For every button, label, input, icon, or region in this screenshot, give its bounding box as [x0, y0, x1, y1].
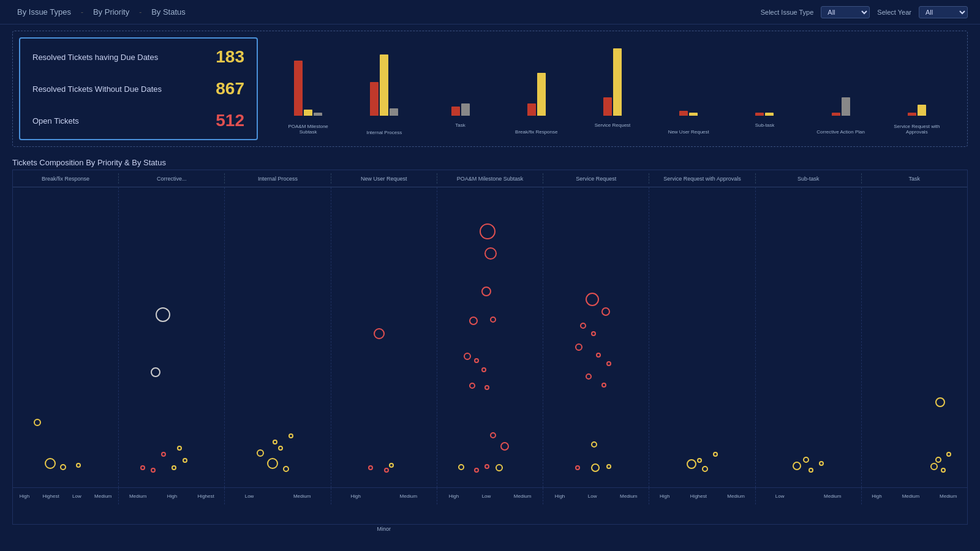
header-nav: By Issue Types - By Priority - By Status… [0, 0, 980, 24]
scatter-col-breakfix [13, 187, 119, 487]
dot-st-3 [803, 457, 809, 463]
dot-task-1 [935, 397, 945, 407]
dot-sra-4 [713, 452, 718, 457]
nav-tab-status[interactable]: By Status [146, 5, 190, 19]
select-issue-type-label: Select Issue Type [761, 9, 814, 16]
dot-poam-10 [484, 385, 489, 390]
dot-task-2 [930, 463, 938, 470]
dot-poam-3 [481, 287, 491, 296]
scatter-col-task [862, 187, 967, 487]
col-header-svcreq: Service Request [543, 173, 649, 184]
bar-group-newuser: New User Request [650, 43, 726, 116]
x-label-bf-high: High [20, 493, 29, 499]
select-year[interactable]: All [919, 6, 968, 18]
dot-poam-y2 [496, 464, 503, 471]
dot-sr-3 [580, 323, 586, 329]
bar-group-task: Task [422, 43, 498, 116]
x-label-bf-low: Low [72, 493, 81, 499]
x-axis-labels: High Highest Low Medium Medium High High… [13, 487, 967, 504]
dot-int-4 [278, 446, 283, 451]
bar-group-corrective: Corrective Action Plan [803, 43, 879, 116]
nav-tab-priority[interactable]: By Priority [88, 5, 134, 19]
bar-sr-red [603, 97, 612, 116]
dot-poam-7 [474, 358, 479, 363]
x-label-sra-highest: Highest [690, 493, 707, 499]
col-header-svcapproval: Service Request with Approvals [649, 173, 755, 184]
dot-task-5 [946, 452, 951, 457]
bar-label-poam: POA&M Milestone Subtask [284, 124, 333, 135]
bar-label-newuser: New User Request [664, 129, 713, 135]
col-header-poam: POA&M Milestone Subtask [437, 173, 543, 184]
dot-sr-7 [606, 361, 611, 366]
dot-sr-y1 [591, 441, 597, 448]
bottom-axis-row: Minor [0, 525, 980, 536]
bar-group-breakfix: Break/fix Response [499, 43, 575, 116]
scatter-col-poam [437, 187, 543, 487]
dot-corr-3 [140, 465, 145, 470]
bar-internal-yellow [380, 54, 388, 116]
summary-row-3: Open Tickets 512 [32, 111, 244, 130]
col-header-corrective: Corrective... [119, 173, 225, 184]
dot-int-5 [273, 440, 277, 444]
dot-bf-4 [34, 419, 41, 426]
dot-st-1 [793, 462, 801, 470]
dot-corr-1 [156, 307, 170, 322]
dot-poam-4 [469, 317, 478, 325]
x-label-sra-medium: Medium [727, 493, 744, 499]
bar-group-internal: Internal Process [346, 43, 422, 116]
scatter-body [13, 187, 967, 487]
dot-nu-2 [368, 465, 373, 470]
dot-sr-6 [596, 353, 601, 358]
x-label-task-medium: Medium [902, 493, 919, 499]
dot-poam-2 [484, 247, 497, 260]
select-year-label: Select Year [877, 9, 911, 16]
summary-label-3: Open Tickets [32, 116, 79, 126]
x-label-st-medium: Medium [824, 493, 841, 499]
summary-row-1: Resolved Tickets having Due Dates 183 [32, 47, 244, 67]
dot-sr-1 [586, 293, 599, 306]
x-label-poam-high: High [449, 493, 459, 499]
dot-int-2 [283, 466, 289, 472]
bar-group-poam: POA&M Milestone Subtask [270, 43, 346, 116]
scatter-col-svcapproval [649, 187, 755, 487]
bar-group-svcapproval: Service Request with Approvals [879, 43, 955, 116]
bar-task-red [451, 107, 460, 116]
summary-box: Resolved Tickets having Due Dates 183 Re… [19, 37, 258, 140]
dot-bf-3 [76, 463, 81, 468]
dot-poam-6 [464, 353, 471, 360]
scatter-col-internal [225, 187, 331, 487]
scatter-col-svcreq [543, 187, 649, 487]
summary-label-1: Resolved Tickets having Due Dates [32, 53, 158, 62]
bar-nu-red [679, 111, 688, 116]
scatter-headers: Break/fix Response Corrective... Interna… [13, 170, 967, 187]
nav-sep-2: - [139, 8, 141, 17]
bar-internal-gray [390, 108, 398, 116]
dot-poam-r2 [484, 464, 489, 469]
dot-st-2 [809, 468, 813, 473]
bar-internal-red [370, 82, 379, 116]
summary-row-2: Resolved Tickets Without Due Dates 867 [32, 79, 244, 99]
dot-poam-r3 [500, 442, 509, 451]
bar-sra-red [908, 113, 916, 116]
summary-value-3: 512 [216, 111, 244, 130]
dot-corr-2 [151, 367, 160, 377]
dot-corr-4 [151, 468, 156, 473]
x-label-bf-highest: Highest [43, 493, 59, 499]
bar-group-svcreq: Service Request [575, 43, 650, 116]
x-label-int-medium: Medium [293, 493, 311, 499]
select-issue-type[interactable]: All [821, 6, 870, 18]
dot-sr-5 [575, 343, 582, 351]
bar-st-yellow [765, 113, 774, 116]
col-header-newuser: New User Request [331, 173, 437, 184]
dot-poam-9 [469, 383, 475, 389]
dot-task-3 [941, 468, 946, 473]
bar-bf-yellow [537, 73, 546, 116]
x-label-sr-medium: Medium [620, 493, 637, 499]
dot-corr-7 [161, 452, 166, 457]
x-label-int-low: Low [245, 493, 254, 499]
x-label-corr-medium: Medium [129, 493, 146, 499]
bar-bf-red [527, 103, 536, 116]
nav-tab-issue-types[interactable]: By Issue Types [12, 5, 76, 19]
dot-corr-6 [183, 458, 187, 463]
dot-poam-r1 [474, 468, 479, 473]
